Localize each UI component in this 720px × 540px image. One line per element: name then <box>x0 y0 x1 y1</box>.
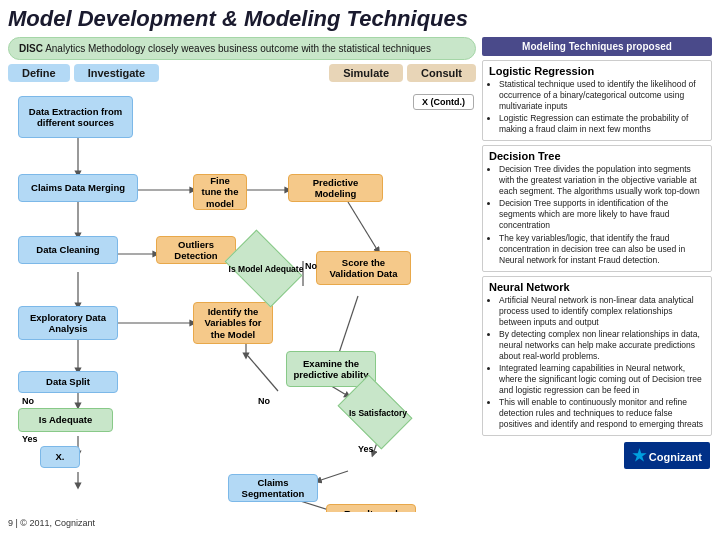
disc-bold: DISC <box>19 43 43 54</box>
lr-bullet-1: Statistical technique used to identify t… <box>499 79 705 112</box>
neural-network-list: Artificial Neural network is non-linear … <box>489 295 705 431</box>
footer-text: 9 | © 2011, Cognizant <box>8 518 95 528</box>
svg-line-13 <box>338 296 358 356</box>
data-extraction-box: Data Extraction from different sources <box>18 96 133 138</box>
svg-line-16 <box>318 471 348 481</box>
neural-network-section: Neural Network Artificial Neural network… <box>482 276 712 437</box>
yes-label: Yes <box>22 434 38 444</box>
x-contd-box: X (Contd.) <box>413 94 474 110</box>
tab-define[interactable]: Define <box>8 64 70 82</box>
claims-seg-box: Claims Segmentation <box>228 474 318 502</box>
claims-merging-box: Claims Data Merging <box>18 174 138 202</box>
logistic-regression-list: Statistical technique used to identify t… <box>489 79 705 135</box>
tab-consult[interactable]: Consult <box>407 64 476 82</box>
logo-text: Cognizant <box>649 451 702 463</box>
is-satisfactory-container: Is Satisfactory <box>338 384 418 442</box>
yes2-label: Yes <box>358 444 374 454</box>
predictive-modeling-box: Predictive Modeling <box>288 174 383 202</box>
is-adequate-box: Is Adequate <box>18 408 113 432</box>
is-satisfactory-label: Is Satisfactory <box>338 384 418 442</box>
dt-bullet-3: The key variables/logic, that identify t… <box>499 233 705 266</box>
left-panel: DISC Analytics Methodology closely weave… <box>8 37 476 530</box>
disc-text: Analytics Methodology closely weaves bus… <box>45 43 431 54</box>
footer: 9 | © 2011, Cognizant <box>8 516 476 530</box>
cognizant-logo: ★ Cognizant <box>624 442 710 469</box>
disc-banner: DISC Analytics Methodology closely weave… <box>8 37 476 60</box>
cognizant-logo-area: ★ Cognizant <box>482 440 712 471</box>
nn-bullet-1: Artificial Neural network is non-linear … <box>499 295 705 328</box>
no-label2: No <box>22 396 34 406</box>
tab-row: Define Investigate Simulate Consult <box>8 64 476 82</box>
svg-line-19 <box>248 356 278 391</box>
no-label: No <box>305 261 317 271</box>
decision-tree-list: Decision Tree divides the population int… <box>489 164 705 265</box>
decision-tree-section: Decision Tree Decision Tree divides the … <box>482 145 712 271</box>
lr-bullet-2: Logistic Regression can estimate the pro… <box>499 113 705 135</box>
nn-bullet-3: Integrated learning capabilities in Neur… <box>499 363 705 396</box>
decision-tree-title: Decision Tree <box>489 150 705 162</box>
page: Model Development & Modeling Techniques … <box>0 0 720 540</box>
dt-bullet-2: Decision Tree supports in identification… <box>499 198 705 231</box>
svg-line-14 <box>348 202 378 251</box>
data-split-box: Data Split <box>18 371 118 393</box>
data-cleaning-box: Data Cleaning <box>18 236 118 264</box>
score-validation-box: Score the Validation Data <box>316 251 411 285</box>
dt-bullet-1: Decision Tree divides the population int… <box>499 164 705 197</box>
tab-investigate[interactable]: Investigate <box>74 64 159 82</box>
exploratory-box: Exploratory Data Analysis <box>18 306 118 340</box>
nn-bullet-2: By detecting complex non linear relation… <box>499 329 705 362</box>
right-panel-header: Modeling Techniques proposed <box>482 37 712 56</box>
logistic-regression-section: Logistic Regression Statistical techniqu… <box>482 60 712 141</box>
tab-simulate[interactable]: Simulate <box>329 64 403 82</box>
x-box: X. <box>40 446 80 468</box>
main-content: DISC Analytics Methodology closely weave… <box>8 37 712 530</box>
neural-network-title: Neural Network <box>489 281 705 293</box>
results-insights-box: Results and Insights <box>326 504 416 512</box>
fine-tune-box: Fine tune the model <box>193 174 247 210</box>
right-panel: Modeling Techniques proposed Logistic Re… <box>482 37 712 530</box>
outliers-box: Outliers Detection <box>156 236 236 264</box>
logistic-regression-title: Logistic Regression <box>489 65 705 77</box>
flowchart-area: Data Extraction from different sources C… <box>8 86 476 512</box>
is-model-adequate-container: Is Model Adequate <box>226 241 306 296</box>
no2-label: No <box>258 396 270 406</box>
nn-bullet-4: This will enable to continuously monitor… <box>499 397 705 430</box>
page-title: Model Development & Modeling Techniques <box>8 6 712 32</box>
is-model-adequate-label: Is Model Adequate <box>226 241 306 296</box>
identify-vars-box: Identify the Variables for the Model <box>193 302 273 344</box>
